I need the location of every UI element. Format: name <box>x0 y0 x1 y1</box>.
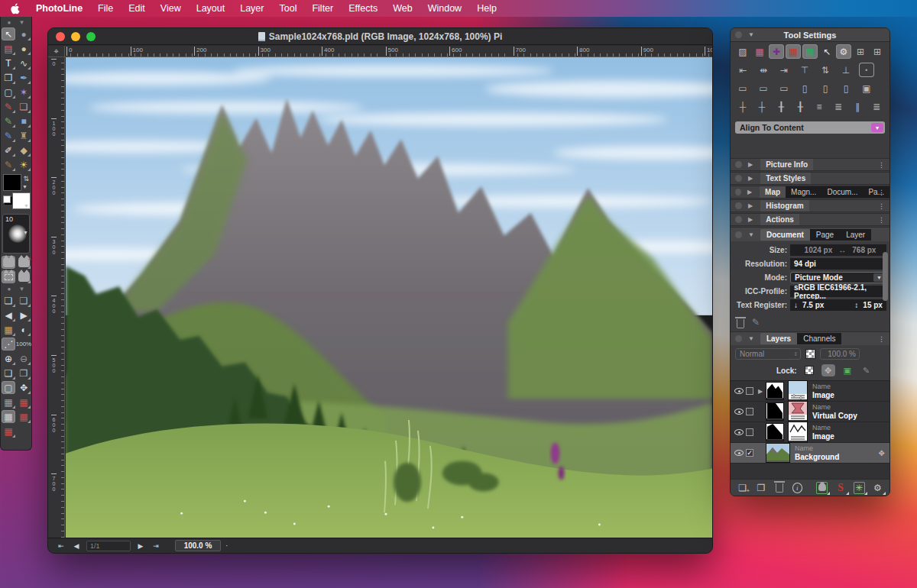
layer-checkbox[interactable] <box>746 387 753 395</box>
eraser-tool[interactable]: ❏ <box>17 100 31 113</box>
zoom-out-button[interactable]: ⊖ <box>17 352 31 365</box>
layer-thumbnail[interactable] <box>788 422 808 443</box>
tool-palette-header[interactable]: ●▼ <box>1 18 31 27</box>
distribute-right-icon[interactable]: ╂ <box>773 99 789 114</box>
panel-menu-icon[interactable]: ⋮ <box>878 202 885 210</box>
expand-view-tool[interactable]: ✥ <box>17 381 31 394</box>
object-align-center-icon[interactable]: ▭ <box>756 81 771 95</box>
apple-menu-icon[interactable] <box>11 3 21 15</box>
grid-tool[interactable]: ▦ <box>2 396 15 409</box>
layer-checkbox[interactable] <box>746 408 753 415</box>
delete-layer-icon[interactable] <box>773 482 785 494</box>
layer-row-virtual-copy[interactable]: NameVirtual Copy <box>731 402 889 422</box>
foreground-color-swatch[interactable] <box>3 174 21 191</box>
layer-thumbnail[interactable] <box>788 380 808 402</box>
panel-menu-icon[interactable]: ⋮ <box>878 189 885 196</box>
expand-icon[interactable]: ▶ <box>748 202 753 209</box>
new-layer-icon[interactable]: ❏+ <box>737 482 748 494</box>
lock-frame-icon[interactable]: ▣ <box>841 364 854 376</box>
brush-tool[interactable]: ✎ <box>2 100 15 113</box>
layer-visibility-eye-icon[interactable] <box>734 409 744 415</box>
text-tool[interactable]: T <box>2 57 15 69</box>
selection-frame-tool[interactable]: ▢ <box>2 381 15 394</box>
menu-layout[interactable]: Layout <box>189 3 233 14</box>
panel-circle-icon[interactable] <box>735 202 742 209</box>
tab-layers[interactable]: Layers <box>760 333 797 344</box>
tab-actions[interactable]: Actions <box>760 214 799 225</box>
transparency-icon[interactable] <box>805 349 815 359</box>
mask-paint-tool[interactable]: ✎ <box>17 256 31 269</box>
align-to-content-dropdown[interactable]: Align To Content ▼ <box>735 121 885 134</box>
distribute-height-icon[interactable]: ≣ <box>869 99 884 114</box>
panel-circle-icon[interactable] <box>735 189 741 195</box>
effect-layer-icon[interactable]: ✳ <box>854 482 865 494</box>
smudge-tool[interactable]: ✎ <box>2 158 15 171</box>
tab-document[interactable]: Document <box>760 229 810 241</box>
magic-wand-tool[interactable]: ✶ <box>17 86 31 99</box>
palette-knife-tool[interactable]: ◆ <box>17 144 31 157</box>
dodge-tool[interactable]: ✐ <box>2 144 15 157</box>
ruler-origin-icon[interactable]: ⌖ <box>48 46 65 57</box>
swap-colors-icon[interactable]: ⇅ <box>23 175 29 183</box>
expand-icon[interactable]: ▶ <box>747 189 752 195</box>
layer-name[interactable]: Virtual Copy <box>812 412 857 420</box>
layers-panel-header[interactable]: ▼ LayersChannels ⋮ <box>731 331 889 345</box>
color-circle-tool[interactable]: ● <box>17 42 31 55</box>
zoom-level-field[interactable]: 100.0 % <box>175 540 221 551</box>
layer-visibility-eye-icon[interactable] <box>734 450 744 456</box>
menu-filter[interactable]: Filter <box>304 3 341 14</box>
red-grid-icon[interactable]: ▦ <box>786 44 801 59</box>
tool-settings-header[interactable]: ▼ Tool Settings <box>731 28 889 42</box>
gear-icon[interactable]: ⚙ <box>836 44 851 59</box>
tool-palette-divider[interactable]: ●▼ <box>1 284 31 293</box>
tab-channels[interactable]: Channels <box>797 333 841 344</box>
layer-info-icon[interactable]: i <box>792 483 802 493</box>
object-align-left-icon[interactable]: ▭ <box>735 81 750 95</box>
airbrush-tool[interactable]: ✎ <box>2 129 15 142</box>
next-page-button[interactable]: ▶ <box>17 309 31 321</box>
page-indicator[interactable]: 1/1 <box>86 541 131 551</box>
layer-mask-thumbnail[interactable] <box>766 382 784 400</box>
panel-circle-icon[interactable] <box>735 175 742 182</box>
plant-brush-tool[interactable]: ✎ <box>2 115 15 128</box>
tab-histogram[interactable]: Histogram <box>760 200 808 212</box>
align-top-icon[interactable]: ⊤ <box>797 63 812 77</box>
panel-menu-icon[interactable]: ⋮ <box>878 161 885 169</box>
object-align-middle-icon[interactable]: ▯ <box>818 81 833 95</box>
default-colors-icon[interactable] <box>3 195 11 203</box>
previous-page-button[interactable]: ◀ <box>71 542 82 550</box>
menu-file[interactable]: File <box>90 3 121 14</box>
menu-help[interactable]: Help <box>469 3 504 14</box>
grid-add-icon[interactable]: ⊞ <box>870 44 885 59</box>
align-dropdown-button[interactable]: ▼ <box>871 123 883 132</box>
expand-icon[interactable]: ▼ <box>748 231 754 238</box>
layer-expand-icon[interactable]: ▶ <box>758 388 766 395</box>
icc-profile-value[interactable]: sRGB IEC61966-2.1, Percep... <box>790 286 886 297</box>
page-edit-tool[interactable]: ❏ <box>17 294 31 307</box>
canvas-image[interactable] <box>66 57 712 538</box>
layer-tool[interactable]: ● <box>17 27 31 40</box>
expand-icon[interactable]: ▶ <box>748 161 753 168</box>
layer-drag-handle[interactable]: ✥ <box>879 449 885 457</box>
text-register-values[interactable]: ↓7.5 px ↕15 px <box>790 299 886 311</box>
distribute-left-icon[interactable]: ┼ <box>735 99 750 114</box>
align-v-center-icon[interactable]: ⇅ <box>818 63 833 77</box>
blend-mode-dropdown[interactable]: Normal⇕ <box>735 348 801 360</box>
panel-menu-icon[interactable]: ⋮ <box>878 216 885 224</box>
layer-name[interactable]: Image <box>812 391 834 399</box>
lock-transparency-icon[interactable] <box>802 364 816 376</box>
panel-circle-icon[interactable] <box>735 216 742 223</box>
page-tool[interactable]: ❏ <box>2 294 15 307</box>
distribute-top-icon[interactable]: ╂ <box>792 99 808 114</box>
align-bottom-icon[interactable]: ⊥ <box>838 63 854 77</box>
menu-effects[interactable]: Effects <box>341 3 385 14</box>
tab-page[interactable]: Page <box>810 229 840 241</box>
mask-layer-icon[interactable] <box>816 482 828 494</box>
expand-icon[interactable]: ▼ <box>748 335 754 342</box>
menu-edit[interactable]: Edit <box>121 3 153 14</box>
edit-disabled-icon[interactable]: ✎ <box>752 317 760 328</box>
add-guide-icon[interactable]: ✚ <box>769 44 784 59</box>
panel-menu-icon[interactable]: ⋮ <box>878 335 885 343</box>
mask-select-tool[interactable] <box>2 270 15 283</box>
mask-copy-tool[interactable] <box>17 270 31 283</box>
